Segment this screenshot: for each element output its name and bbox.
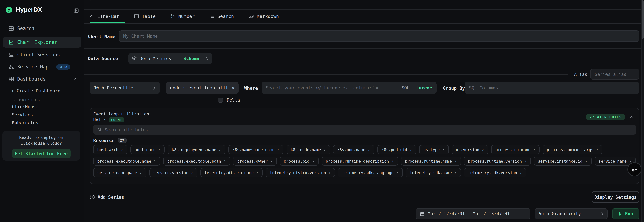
granularity-select[interactable]: Auto Granularity bbox=[535, 208, 608, 219]
attribute-chip[interactable]: os.type› bbox=[419, 145, 449, 154]
tab-search[interactable]: Search bbox=[210, 13, 234, 19]
chevron-right-icon: › bbox=[191, 170, 194, 175]
select-chevrons-icon bbox=[152, 85, 156, 90]
attribute-chip[interactable]: telemetry.sdk.name› bbox=[406, 168, 461, 177]
presets-toggle[interactable]: PRESETS bbox=[12, 98, 40, 102]
chart-name-input[interactable] bbox=[123, 33, 635, 39]
attribute-chip[interactable]: process.executable.name› bbox=[93, 157, 160, 166]
attribute-chip[interactable]: k8s.pod.name› bbox=[333, 145, 374, 154]
preset-item[interactable]: Kubernetes bbox=[12, 120, 38, 125]
run-button[interactable]: Run bbox=[612, 208, 639, 219]
sidebar-item-client-sessions[interactable]: Client Sessions bbox=[3, 49, 82, 60]
attribute-chip[interactable]: process.executable.path› bbox=[163, 157, 230, 166]
alias-label: Alias bbox=[574, 72, 587, 77]
chevron-right-icon: › bbox=[154, 159, 156, 163]
get-started-button[interactable]: Get Started for Free bbox=[12, 149, 70, 158]
alias-field[interactable] bbox=[590, 69, 639, 80]
attribute-chip[interactable]: process.owner› bbox=[233, 157, 277, 166]
data-source-select[interactable]: Demo Metrics Schema bbox=[128, 53, 212, 64]
attribute-chip[interactable]: host.name› bbox=[130, 145, 164, 154]
scrollbar-thumb[interactable] bbox=[642, 0, 644, 39]
attribute-name: service.instance.id bbox=[538, 159, 582, 164]
preset-item[interactable]: ClickHouse bbox=[12, 104, 38, 109]
where-field[interactable]: SQL | Lucene bbox=[262, 82, 436, 94]
attribute-chip[interactable]: service.instance.id› bbox=[534, 157, 592, 166]
chevron-right-icon: › bbox=[520, 170, 522, 175]
attribute-chip[interactable]: os.version› bbox=[452, 145, 488, 154]
attribute-chip[interactable]: k8s.deployment.name› bbox=[168, 145, 225, 154]
attribute-chip[interactable]: k8s.namespace.name› bbox=[228, 145, 284, 154]
attribute-chip[interactable]: process.runtime.version› bbox=[464, 157, 531, 166]
chevron-right-icon: › bbox=[121, 147, 124, 152]
attribute-chip[interactable]: telemetry.sdk.language› bbox=[338, 168, 402, 177]
play-icon bbox=[618, 212, 622, 216]
query-language-toggle[interactable]: SQL | Lucene bbox=[402, 85, 432, 90]
attribute-chip[interactable]: process.command› bbox=[492, 145, 540, 154]
attribute-name: process.owner bbox=[237, 159, 268, 164]
attribute-chip[interactable]: k8s.node.name› bbox=[286, 145, 330, 154]
attribute-chip[interactable]: telemetry.sdk.version› bbox=[464, 168, 526, 177]
attribute-chip[interactable]: service.name› bbox=[594, 157, 636, 166]
schema-link[interactable]: Schema bbox=[184, 56, 199, 61]
create-dashboard-button[interactable]: + Create Dashboard bbox=[11, 88, 61, 93]
table-icon bbox=[134, 14, 139, 18]
alias-input[interactable] bbox=[595, 72, 635, 77]
attribute-chip[interactable]: telemetry.distro.version› bbox=[266, 168, 335, 177]
tab-line-bar[interactable]: Line/Bar bbox=[90, 13, 119, 19]
tab-number[interactable]: 123 Number bbox=[170, 13, 195, 19]
time-range-picker[interactable]: Mar 2 12:47:01 - Mar 2 13:47:01 bbox=[416, 208, 530, 219]
attribute-search-input[interactable] bbox=[105, 127, 632, 132]
sidebar-item-search[interactable]: Search bbox=[3, 23, 82, 34]
main-content: Line/Bar Table 123 Number Search Markdow… bbox=[84, 0, 644, 222]
attribute-name: os.version bbox=[456, 147, 479, 152]
hyperdx-logo-icon bbox=[6, 6, 12, 14]
lucene-option[interactable]: Lucene bbox=[416, 85, 432, 90]
attribute-chip[interactable]: host.arch› bbox=[93, 145, 128, 154]
chevron-right-icon: › bbox=[482, 147, 484, 152]
line-chart-icon bbox=[90, 14, 94, 18]
collapse-panel-chevron-icon[interactable] bbox=[630, 115, 634, 119]
chevron-right-icon: › bbox=[368, 147, 370, 152]
tab-label: Search bbox=[218, 13, 234, 19]
sidebar-item-dashboards[interactable]: Dashboards bbox=[3, 74, 82, 84]
preset-item[interactable]: Services bbox=[12, 112, 33, 117]
chevron-right-icon: › bbox=[256, 170, 259, 175]
close-icon[interactable]: ✕ bbox=[232, 85, 234, 90]
floating-feedback-button[interactable] bbox=[628, 163, 641, 176]
metric-title: Event loop utilization bbox=[93, 111, 149, 116]
attribute-search-field[interactable] bbox=[93, 125, 636, 135]
sql-option[interactable]: SQL bbox=[402, 85, 410, 90]
delta-label: Delta bbox=[227, 97, 240, 103]
attribute-chip[interactable]: process.runtime.name› bbox=[401, 157, 461, 166]
group-by-field[interactable] bbox=[464, 82, 639, 94]
attribute-chip[interactable]: telemetry.distro.name› bbox=[200, 168, 262, 177]
attribute-chip[interactable]: service.namespace› bbox=[93, 168, 146, 177]
chart-name-field[interactable] bbox=[119, 30, 639, 42]
tab-markdown[interactable]: Markdown bbox=[249, 13, 279, 19]
add-series-button[interactable]: Add Series bbox=[90, 194, 124, 200]
aggregation-select[interactable]: 90th Percentile bbox=[90, 82, 160, 94]
display-settings-button[interactable]: Display Settings bbox=[592, 191, 639, 203]
sidebar-item-chart-explorer[interactable]: Chart Explorer bbox=[3, 37, 82, 47]
attribute-chip[interactable]: process.pid› bbox=[280, 157, 318, 166]
attribute-chip[interactable]: process.runtime.description› bbox=[322, 157, 398, 166]
chevron-right-icon: › bbox=[224, 159, 226, 163]
sidebar-collapse-button[interactable] bbox=[74, 8, 79, 13]
chart-type-tabs: Line/Bar Table 123 Number Search Markdow… bbox=[90, 13, 279, 19]
metric-chip[interactable]: nodejs.event_loop.util ✕ bbox=[166, 82, 238, 94]
group-by-input[interactable] bbox=[469, 85, 635, 90]
attribute-chip[interactable]: process.command_args› bbox=[543, 145, 602, 154]
sidebar-item-label: Chart Explorer bbox=[17, 39, 57, 45]
sidebar-item-service-map[interactable]: Service Map BETA bbox=[3, 61, 82, 72]
tab-table[interactable]: Table bbox=[134, 13, 156, 19]
chevron-right-icon: › bbox=[391, 159, 394, 163]
tab-label: Number bbox=[178, 13, 195, 19]
divider bbox=[84, 74, 568, 75]
attribute-chip[interactable]: service.version› bbox=[149, 168, 197, 177]
delta-checkbox[interactable] bbox=[218, 97, 223, 103]
scrollbar-track[interactable] bbox=[641, 0, 644, 222]
svg-text:3: 3 bbox=[173, 15, 174, 18]
attribute-chip[interactable]: k8s.pod.uid› bbox=[378, 145, 416, 154]
where-input[interactable] bbox=[266, 85, 402, 90]
tab-label: Table bbox=[142, 13, 156, 19]
